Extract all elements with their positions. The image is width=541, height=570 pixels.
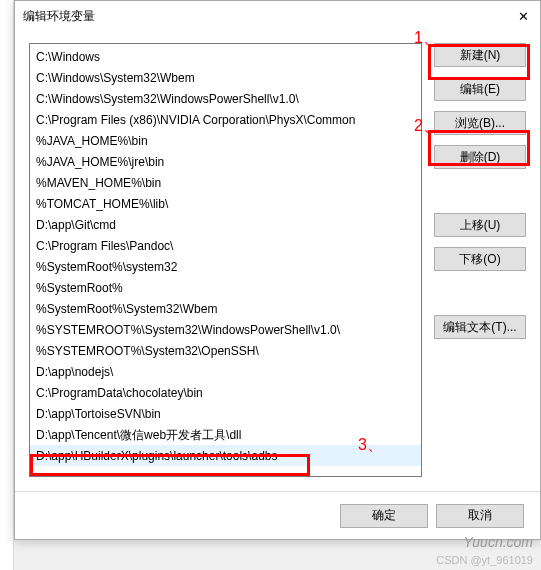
edit-button[interactable]: 编辑(E) bbox=[434, 77, 526, 101]
list-item[interactable]: %MAVEN_HOME%\bin bbox=[30, 172, 421, 193]
list-item[interactable]: %JAVA_HOME%\bin bbox=[30, 130, 421, 151]
list-item[interactable]: C:\ProgramData\chocolatey\bin bbox=[30, 382, 421, 403]
list-item[interactable]: C:\Program Files\Pandoc\ bbox=[30, 235, 421, 256]
new-button[interactable]: 新建(N) bbox=[434, 43, 526, 67]
dialog-footer: 确定 取消 bbox=[15, 491, 540, 539]
edit-text-button[interactable]: 编辑文本(T)... bbox=[434, 315, 526, 339]
background-window-edge bbox=[0, 0, 14, 570]
list-item[interactable]: C:\Windows\System32\Wbem bbox=[30, 67, 421, 88]
browse-button[interactable]: 浏览(B)... bbox=[434, 111, 526, 135]
watermark-site: Yuucn.com bbox=[463, 534, 533, 550]
button-column: 新建(N) 编辑(E) 浏览(B)... 删除(D) 上移(U) 下移(O) 编… bbox=[434, 43, 526, 479]
list-item[interactable]: %TOMCAT_HOME%\lib\ bbox=[30, 193, 421, 214]
list-item[interactable]: D:\app\Tencent\微信web开发者工具\dll bbox=[30, 424, 421, 445]
list-item[interactable]: D:\app\TortoiseSVN\bin bbox=[30, 403, 421, 424]
list-item[interactable]: D:\app\Git\cmd bbox=[30, 214, 421, 235]
list-item[interactable]: %SystemRoot%\system32 bbox=[30, 256, 421, 277]
watermark-csdn: CSDN @yt_961019 bbox=[436, 554, 533, 566]
delete-button[interactable]: 删除(D) bbox=[434, 145, 526, 169]
list-item[interactable]: %SystemRoot%\System32\Wbem bbox=[30, 298, 421, 319]
path-listbox[interactable]: C:\WindowsC:\Windows\System32\WbemC:\Win… bbox=[29, 43, 422, 477]
dialog-title: 编辑环境变量 bbox=[23, 8, 95, 25]
list-item[interactable]: C:\Windows\System32\WindowsPowerShell\v1… bbox=[30, 88, 421, 109]
move-up-button[interactable]: 上移(U) bbox=[434, 213, 526, 237]
close-button[interactable]: ✕ bbox=[512, 5, 534, 27]
list-item[interactable]: C:\Program Files (x86)\NVIDIA Corporatio… bbox=[30, 109, 421, 130]
edit-env-var-dialog: 编辑环境变量 ✕ C:\WindowsC:\Windows\System32\W… bbox=[14, 0, 541, 540]
list-item[interactable]: %SYSTEMROOT%\System32\OpenSSH\ bbox=[30, 340, 421, 361]
list-item[interactable]: %JAVA_HOME%\jre\bin bbox=[30, 151, 421, 172]
dialog-content: C:\WindowsC:\Windows\System32\WbemC:\Win… bbox=[15, 31, 540, 491]
list-item[interactable]: %SYSTEMROOT%\System32\WindowsPowerShell\… bbox=[30, 319, 421, 340]
titlebar: 编辑环境变量 ✕ bbox=[15, 1, 540, 31]
list-item[interactable]: D:\app\HBuilderX\plugins\launcher\tools\… bbox=[30, 445, 421, 466]
list-item[interactable]: D:\app\nodejs\ bbox=[30, 361, 421, 382]
cancel-button[interactable]: 取消 bbox=[436, 504, 524, 528]
close-icon: ✕ bbox=[518, 9, 529, 24]
ok-button[interactable]: 确定 bbox=[340, 504, 428, 528]
move-down-button[interactable]: 下移(O) bbox=[434, 247, 526, 271]
list-item[interactable]: C:\Windows bbox=[30, 46, 421, 67]
list-item[interactable]: %SystemRoot% bbox=[30, 277, 421, 298]
